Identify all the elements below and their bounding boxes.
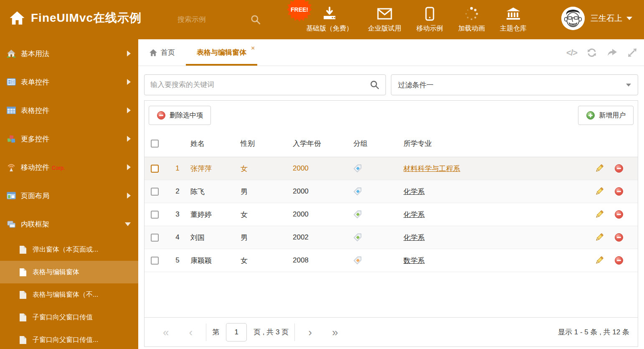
sidebar-item-form-controls[interactable]: 表单控件 (0, 68, 138, 96)
select-all-checkbox[interactable] (151, 140, 159, 148)
user-menu[interactable]: 三生石上 (561, 7, 632, 30)
delete-icon[interactable] (614, 187, 624, 196)
divider (294, 324, 295, 341)
table-row[interactable]: 1 张萍萍 女 2000 材料科学与工程系 (145, 157, 638, 180)
row-checkbox[interactable] (151, 188, 159, 196)
header-search[interactable] (177, 12, 267, 28)
table-row[interactable]: 2 陈飞 男 2000 化学系 (145, 180, 638, 203)
major-link[interactable]: 化学系 (403, 233, 425, 242)
keyword-search-box[interactable] (144, 74, 386, 95)
header-search-input[interactable] (177, 15, 244, 24)
row-checkbox[interactable] (151, 211, 159, 219)
frames-icon (7, 219, 16, 229)
nav-item-mobile-demo[interactable]: 移动示例 (409, 0, 451, 39)
cell-gender: 女 (241, 157, 293, 180)
row-checkbox[interactable] (151, 165, 159, 173)
sidebar-item-basic-usage[interactable]: 基本用法 (0, 39, 138, 68)
sidebar-subitem-child-to-parent[interactable]: 子窗口向父窗口传值 (0, 306, 138, 329)
edit-icon[interactable] (594, 255, 604, 265)
cell-group (353, 249, 403, 272)
mobile-icon (425, 6, 434, 22)
layout-icon (7, 191, 16, 200)
tab-home[interactable]: 首页 (138, 39, 186, 66)
chevron-right-icon (127, 193, 131, 199)
table-row[interactable]: 5 康颖颖 女 2008 数学系 (145, 249, 638, 272)
row-checkbox[interactable] (151, 234, 159, 242)
sidebar-subitem-grid-edit-window-2[interactable]: 表格与编辑窗体（不... (0, 283, 138, 306)
sidebar-item-grid-controls[interactable]: 表格控件 (0, 96, 138, 125)
sidebar-subitem-child-to-parent-2[interactable]: 子窗口向父窗口传值... (0, 329, 138, 349)
form-icon (7, 77, 16, 87)
nav-item-theme-repo[interactable]: 主题仓库 (492, 0, 534, 39)
nav-label: 企业版试用 (368, 24, 401, 33)
col-group[interactable]: 分组 (353, 130, 403, 157)
major-link[interactable]: 数学系 (403, 256, 425, 265)
col-gender[interactable]: 性别 (241, 130, 293, 157)
next-page-button[interactable]: › (298, 327, 322, 338)
cubes-icon (7, 134, 16, 143)
sidebar-item-mobile-controls[interactable]: 移动控件Corp. (0, 153, 138, 181)
table-row[interactable]: 4 刘国 男 2002 化学系 (145, 226, 638, 249)
page-number-input[interactable] (226, 323, 247, 341)
nav-item-basic-free[interactable]: FREE! 基础版（免费） (299, 0, 360, 39)
cell-group (353, 180, 403, 203)
edit-icon[interactable] (594, 186, 604, 196)
delete-icon[interactable] (614, 233, 624, 242)
delete-icon[interactable] (614, 210, 624, 219)
sidebar-item-page-layout[interactable]: 页面布局 (0, 181, 138, 210)
remove-icon (157, 111, 166, 120)
row-index: 1 (169, 157, 186, 180)
brand[interactable]: FineUIMvc在线示例 (8, 9, 142, 27)
download-icon (322, 6, 337, 22)
sidebar-item-label: 表单控件 (21, 77, 127, 87)
nav-label: 基础版（免费） (306, 24, 353, 33)
keyword-search-input[interactable] (150, 81, 370, 89)
sidebar-item-label: 表格控件 (21, 106, 127, 115)
col-year[interactable]: 入学年份 (293, 130, 353, 157)
house-icon (7, 49, 16, 58)
chevron-right-icon (127, 51, 131, 56)
row-checkbox[interactable] (151, 257, 159, 265)
sidebar-item-more-controls[interactable]: 更多控件 (0, 125, 138, 153)
major-link[interactable]: 化学系 (403, 187, 425, 196)
delete-icon[interactable] (614, 256, 624, 265)
search-icon[interactable] (250, 14, 261, 25)
expand-icon[interactable] (627, 48, 637, 58)
svg-text:FREE!: FREE! (291, 6, 308, 13)
refresh-icon[interactable] (586, 48, 597, 58)
view-source-icon[interactable]: </> (566, 48, 577, 58)
edit-icon[interactable] (594, 232, 604, 242)
close-icon[interactable]: × (251, 44, 255, 51)
sidebar-subitem-popup-window[interactable]: 弹出窗体（本页面或... (0, 238, 138, 261)
nav-item-enterprise-trial[interactable]: 企业版试用 (360, 0, 409, 39)
nav-item-loading-anim[interactable]: 加载动画 (451, 0, 492, 39)
major-link[interactable]: 材料科学与工程系 (403, 164, 460, 173)
main-content: 首页 表格与编辑窗体 × </> (138, 39, 644, 349)
tab-grid-edit-window[interactable]: 表格与编辑窗体 × (186, 39, 257, 66)
edit-icon[interactable] (594, 209, 604, 219)
col-major[interactable]: 所学专业 (403, 130, 588, 157)
sidebar-subitem-label: 表格与编辑窗体（不... (33, 290, 98, 299)
sidebar-item-inline-frames[interactable]: 内联框架 (0, 210, 138, 238)
major-link[interactable]: 化学系 (403, 210, 425, 219)
delete-icon[interactable] (614, 164, 624, 173)
chevron-down-icon (626, 17, 632, 20)
nav-label: 主题仓库 (500, 24, 527, 33)
cell-gender: 女 (241, 203, 293, 226)
search-icon[interactable] (370, 80, 380, 90)
last-page-button[interactable]: » (322, 327, 348, 338)
delete-selected-button[interactable]: 删除选中项 (149, 106, 211, 125)
filter-dropdown[interactable]: 过滤条件一 (391, 74, 638, 95)
first-page-button[interactable]: « (153, 327, 179, 338)
user-name: 三生石上 (591, 13, 622, 24)
sidebar-subitem-grid-edit-window[interactable]: 表格与编辑窗体 (0, 261, 138, 283)
add-user-button[interactable]: 新增用户 (578, 106, 634, 125)
grid-toolbar: 删除选中项 新增用户 (145, 101, 638, 130)
row-index: 5 (169, 249, 186, 272)
col-name[interactable]: 姓名 (186, 130, 241, 157)
table-row[interactable]: 3 董婷婷 女 2000 化学系 (145, 203, 638, 226)
edit-icon[interactable] (594, 163, 604, 173)
share-icon[interactable] (606, 48, 618, 58)
nav-label: 移动示例 (416, 24, 443, 33)
prev-page-button[interactable]: ‹ (179, 327, 203, 338)
